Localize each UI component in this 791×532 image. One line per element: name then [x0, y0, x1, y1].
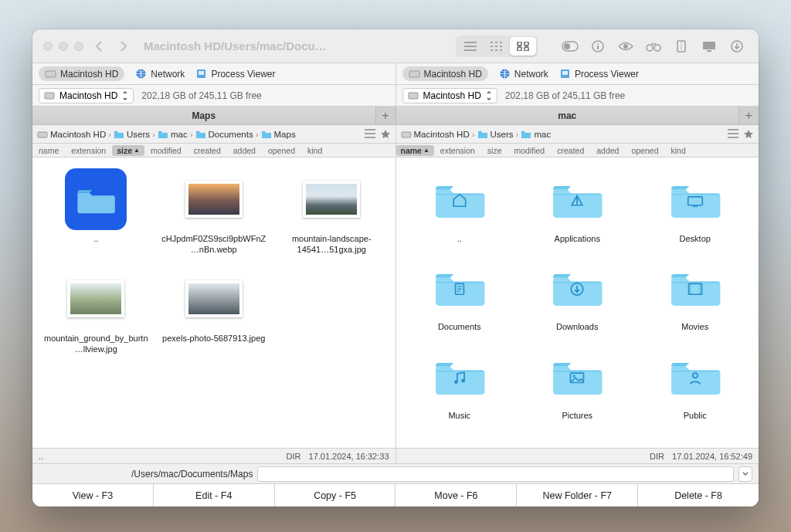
status-left-name: .. [39, 452, 43, 461]
file-item[interactable]: Pictures [520, 341, 635, 425]
desktop-icon[interactable] [698, 41, 720, 52]
new-tab-right[interactable]: + [738, 107, 759, 124]
download-icon[interactable] [726, 40, 748, 53]
fn-copy[interactable]: Copy - F5 [275, 484, 396, 507]
column-name[interactable]: name [32, 146, 65, 155]
file-item[interactable]: .. [39, 164, 154, 260]
item-label: mountain-landscape-14541…51gxa.jpg [279, 233, 385, 256]
fn-delete[interactable]: Delete - F8 [638, 484, 759, 507]
forward-button[interactable] [114, 37, 133, 56]
close-button[interactable] [43, 42, 53, 51]
volume-name: Macintosh HD [423, 90, 481, 101]
column-opened[interactable]: opened [625, 146, 664, 155]
volume-name: Macintosh HD [59, 90, 117, 101]
fn-view[interactable]: View - F3 [32, 484, 154, 507]
volume-select-right[interactable]: Macintosh HD [402, 88, 497, 103]
favorite-process-viewer[interactable]: Process Viewer [559, 68, 639, 80]
favorite-macintosh-hd[interactable]: Macintosh HD [402, 66, 488, 81]
status-left-dir: DIR [287, 452, 301, 461]
svg-rect-2 [518, 47, 521, 51]
command-input[interactable] [257, 466, 734, 482]
column-view-button[interactable] [484, 37, 510, 56]
icon-view-button[interactable] [510, 37, 536, 56]
svg-rect-0 [518, 42, 521, 46]
path-segment[interactable]: Macintosh HD [401, 129, 470, 140]
path-segment[interactable]: Users [114, 129, 150, 140]
column-created[interactable]: created [188, 146, 227, 155]
pane-left[interactable]: ..cHJpdmF0ZS9sci9pbWFnZ…nBn.webpmountain… [32, 158, 396, 448]
status-right-time: 17.01.2024, 16:52:49 [672, 452, 752, 461]
column-modified[interactable]: modified [144, 146, 188, 155]
list-view-button[interactable] [457, 37, 484, 56]
new-tab-left[interactable]: + [375, 107, 396, 124]
quicklook-icon[interactable] [615, 41, 637, 52]
favorite-process-viewer[interactable]: Process Viewer [195, 68, 275, 80]
file-item[interactable]: Downloads [520, 252, 635, 337]
fn-edit[interactable]: Edit - F4 [154, 484, 275, 507]
path-segment[interactable]: mac [521, 129, 551, 140]
column-added[interactable]: added [227, 146, 262, 155]
column-size[interactable]: size ▲ [112, 145, 144, 156]
column-extension[interactable]: extension [65, 146, 112, 155]
minimize-button[interactable] [59, 42, 68, 51]
tab-left[interactable]: Maps [32, 107, 375, 124]
favorite-macintosh-hd[interactable]: Macintosh HD [39, 66, 124, 81]
path-segment[interactable]: Users [477, 129, 514, 140]
pane-right[interactable]: ..ApplicationsDesktopDocumentsDownloadsM… [396, 158, 759, 448]
file-item[interactable]: pexels-photo-5687913.jpeg [157, 263, 272, 360]
list-toggle-icon[interactable] [365, 129, 375, 140]
file-item[interactable]: Documents [402, 252, 518, 337]
favorite-network[interactable]: Network [135, 68, 185, 80]
svg-point-34 [461, 378, 465, 382]
column-kind[interactable]: kind [664, 146, 691, 155]
column-name[interactable]: name ▲ [396, 145, 434, 156]
fn-move[interactable]: Move - F6 [396, 484, 517, 507]
item-label: Documents [438, 321, 481, 332]
tab-right[interactable]: mac [396, 107, 739, 124]
svg-point-9 [623, 44, 628, 49]
svg-point-10 [647, 45, 653, 51]
fn-new[interactable]: New Folder - F7 [517, 484, 638, 507]
column-size[interactable]: size [481, 146, 508, 155]
star-icon[interactable] [380, 129, 391, 140]
column-kind[interactable]: kind [301, 146, 328, 155]
path-segment[interactable]: Maps [261, 129, 296, 140]
folder-icon [433, 266, 486, 308]
back-button[interactable] [90, 37, 108, 56]
zoom-button[interactable] [74, 42, 83, 51]
favorite-network[interactable]: Network [499, 68, 548, 80]
file-item[interactable]: cHJpdmF0ZS9sci9pbWFnZ…nBn.webp [157, 164, 272, 260]
volume-select-left[interactable]: Macintosh HD [39, 88, 134, 103]
column-created[interactable]: created [551, 146, 590, 155]
file-item[interactable]: Desktop [638, 164, 753, 249]
list-toggle-icon[interactable] [728, 129, 738, 140]
file-item[interactable]: .. [402, 164, 518, 249]
path-segment[interactable]: Macintosh HD [37, 129, 106, 140]
svg-point-33 [454, 380, 458, 384]
column-modified[interactable]: modified [508, 146, 552, 155]
info-icon[interactable] [587, 40, 609, 53]
titlebar: Macintosh HD/Users/mac/Docu… [32, 29, 759, 63]
volume-free-left: 202,18 GB of 245,11 GB free [141, 90, 261, 101]
command-dropdown[interactable] [738, 466, 752, 482]
image-thumbnail [185, 280, 243, 317]
image-thumbnail [303, 181, 360, 218]
binoculars-icon[interactable] [643, 41, 664, 52]
toggle-icon[interactable] [559, 41, 581, 52]
file-item[interactable]: Applications [520, 164, 635, 249]
file-item[interactable]: mountain-landscape-14541…51gxa.jpg [274, 164, 389, 260]
path-segment[interactable]: mac [158, 129, 188, 140]
file-item[interactable]: Movies [638, 252, 753, 337]
file-item[interactable]: mountain_ground_by_burtn…llview.jpg [39, 263, 154, 360]
star-icon[interactable] [743, 129, 754, 140]
item-label: Public [684, 410, 707, 421]
file-item[interactable]: Public [638, 341, 753, 425]
archive-icon[interactable] [670, 40, 692, 53]
file-item[interactable]: Music [402, 341, 518, 425]
path-bar: Macintosh HD›Users›mac›Documents›Maps Ma… [32, 125, 759, 144]
column-extension[interactable]: extension [434, 146, 481, 155]
column-added[interactable]: added [590, 146, 625, 155]
column-opened[interactable]: opened [262, 146, 301, 155]
path-segment[interactable]: Documents [195, 129, 253, 140]
item-label: Applications [555, 233, 600, 244]
